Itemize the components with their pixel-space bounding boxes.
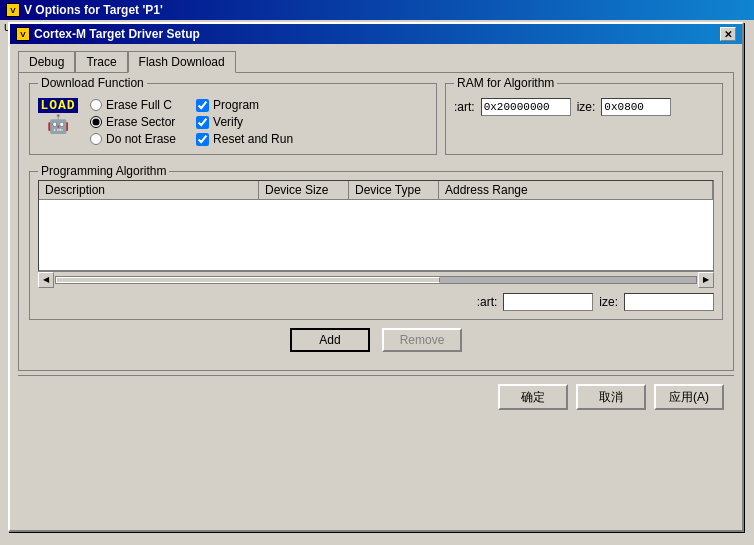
- dialog-body: Debug Trace Flash Download Download Func…: [10, 44, 742, 424]
- algo-size-input[interactable]: [624, 293, 714, 311]
- col-address-range: Address Range: [439, 181, 713, 199]
- dialog-title-text: Cortex-M Target Driver Setup: [34, 27, 200, 41]
- algo-table-header: Description Device Size Device Type Addr…: [39, 181, 713, 200]
- download-function-section: Download Function LOAD 🤖 Erase Full C: [29, 83, 437, 155]
- col-device-type: Device Type: [349, 181, 439, 199]
- radio-erase-full-label: Erase Full C: [106, 98, 172, 112]
- prog-bottom-inputs: :art: ize:: [38, 293, 714, 311]
- checkbox-reset-and-run-label: Reset and Run: [213, 132, 293, 146]
- checkbox-program[interactable]: Program: [196, 98, 293, 112]
- programming-algorithm-section: Programming Algorithm Description Device…: [29, 171, 723, 320]
- radio-do-not-erase-label: Do not Erase: [106, 132, 176, 146]
- remove-button[interactable]: Remove: [382, 328, 462, 352]
- top-sections-row: Download Function LOAD 🤖 Erase Full C: [29, 83, 723, 163]
- bg-title-bar: V V Options for Target 'P1': [0, 0, 754, 20]
- tab-debug[interactable]: Debug: [18, 51, 75, 73]
- radio-do-not-erase[interactable]: Do not Erase: [90, 132, 176, 146]
- ram-start-input[interactable]: [481, 98, 571, 116]
- tab-bar: Debug Trace Flash Download: [18, 50, 734, 72]
- radio-erase-full[interactable]: Erase Full C: [90, 98, 176, 112]
- checkbox-program-input[interactable]: [196, 99, 209, 112]
- algo-start-label: :art:: [477, 295, 498, 309]
- ram-for-algorithm-section: RAM for Algorithm :art: ize:: [445, 83, 723, 155]
- col-description: Description: [39, 181, 259, 199]
- option-checkbox-group: Program Verify Reset and Run: [196, 98, 293, 146]
- load-icon: LOAD 🤖: [38, 98, 78, 134]
- main-dialog: V Cortex-M Target Driver Setup ✕ Debug T…: [8, 22, 744, 532]
- checkbox-verify-input[interactable]: [196, 116, 209, 129]
- ram-row: :art: ize:: [454, 98, 714, 116]
- checkbox-program-label: Program: [213, 98, 259, 112]
- ram-size-label: ize:: [577, 100, 596, 114]
- app-icon: V: [6, 3, 20, 17]
- close-button[interactable]: ✕: [720, 27, 736, 41]
- tab-flash-download[interactable]: Flash Download: [128, 51, 236, 73]
- horizontal-scrollbar[interactable]: ◀ ▶: [38, 271, 714, 287]
- radio-erase-full-input[interactable]: [90, 99, 102, 111]
- bottom-buttons-row: 确定 取消 应用(A): [18, 375, 734, 418]
- radio-erase-sector-label: Erase Sector: [106, 115, 175, 129]
- title-left: V Cortex-M Target Driver Setup: [16, 27, 200, 41]
- apply-button[interactable]: 应用(A): [654, 384, 724, 410]
- load-text: LOAD: [38, 98, 77, 113]
- checkbox-reset-and-run[interactable]: Reset and Run: [196, 132, 293, 146]
- algo-table-container: Description Device Size Device Type Addr…: [38, 180, 714, 271]
- algo-table-body: [39, 200, 713, 270]
- radio-do-not-erase-input[interactable]: [90, 133, 102, 145]
- scroll-right-arrow[interactable]: ▶: [698, 272, 714, 288]
- ram-section-label: RAM for Algorithm: [454, 76, 557, 90]
- tab-trace[interactable]: Trace: [75, 51, 127, 73]
- checkbox-verify[interactable]: Verify: [196, 115, 293, 129]
- download-function-label: Download Function: [38, 76, 147, 90]
- tab-content: Download Function LOAD 🤖 Erase Full C: [18, 72, 734, 371]
- checkbox-verify-label: Verify: [213, 115, 243, 129]
- ram-size-input[interactable]: [601, 98, 671, 116]
- checkbox-reset-and-run-input[interactable]: [196, 133, 209, 146]
- dialog-icon: V: [16, 27, 30, 41]
- algo-start-input[interactable]: [503, 293, 593, 311]
- scroll-left-arrow[interactable]: ◀: [38, 272, 54, 288]
- cancel-button[interactable]: 取消: [576, 384, 646, 410]
- ok-button[interactable]: 确定: [498, 384, 568, 410]
- prog-section-label: Programming Algorithm: [38, 164, 169, 178]
- col-device-size: Device Size: [259, 181, 349, 199]
- erase-radio-group: Erase Full C Erase Sector Do not Erase: [90, 98, 176, 146]
- dialog-title-bar: V Cortex-M Target Driver Setup ✕: [10, 24, 742, 44]
- bg-window-title: V Options for Target 'P1': [24, 3, 163, 17]
- scroll-thumb[interactable]: [56, 277, 440, 283]
- scroll-track[interactable]: [55, 276, 697, 284]
- radio-erase-sector[interactable]: Erase Sector: [90, 115, 176, 129]
- add-button[interactable]: Add: [290, 328, 370, 352]
- algo-size-label: ize:: [599, 295, 618, 309]
- add-remove-buttons: Add Remove: [29, 328, 723, 352]
- load-robot-icon: 🤖: [47, 113, 69, 135]
- download-row: LOAD 🤖 Erase Full C Erase Sector: [38, 98, 428, 146]
- radio-erase-sector-input[interactable]: [90, 116, 102, 128]
- ram-start-label: :art:: [454, 100, 475, 114]
